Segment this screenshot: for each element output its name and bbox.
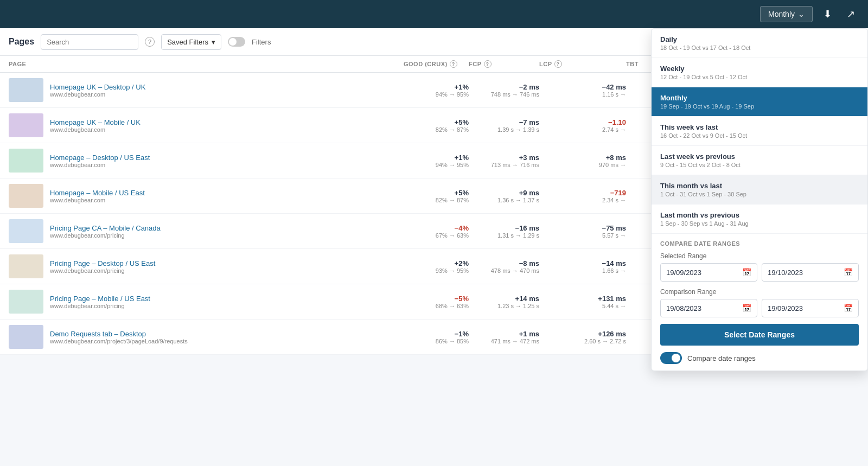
fcp-value: −2 ms <box>469 83 539 91</box>
page-name[interactable]: Demo Requests tab – Desktop <box>50 330 188 338</box>
dropdown-item-daily[interactable]: Daily 18 Oct - 19 Oct vs 17 Oct - 18 Oct <box>652 29 867 58</box>
date-range-dropdown: Daily 18 Oct - 19 Oct vs 17 Oct - 18 Oct… <box>651 28 868 355</box>
dropdown-item-weekly[interactable]: Weekly 12 Oct - 19 Oct vs 5 Oct - 12 Oct <box>652 58 867 87</box>
dropdown-item-sub: 18 Oct - 19 Oct vs 17 Oct - 18 Oct <box>660 44 859 51</box>
lcp-value: +131 ms <box>539 295 626 303</box>
col-lcp: LCP ? <box>539 60 626 68</box>
filters-toggle[interactable] <box>228 37 245 47</box>
calendar-icon-1: 📅 <box>742 268 751 277</box>
search-input[interactable] <box>41 34 138 50</box>
dropdown-item-monthly[interactable]: Monthly 19 Sep - 19 Oct vs 19 Aug - 19 S… <box>652 87 867 117</box>
col-fcp: FCP ? <box>469 60 539 68</box>
page-url: www.debugbear.com <box>50 162 150 168</box>
dropdown-arrow-icon: ▾ <box>212 38 215 46</box>
select-date-ranges-button[interactable]: Select Date Ranges <box>660 324 859 346</box>
dropdown-item-this-month-vs-last[interactable]: This month vs last 1 Oct - 31 Oct vs 1 S… <box>652 175 867 205</box>
page-cell: Homepage UK – Mobile / UK www.debugbear.… <box>9 113 404 137</box>
good-crux-sub: 82% → 87% <box>404 126 469 133</box>
page-url: www.debugbear.com/pricing <box>50 232 161 239</box>
compare-toggle-row: Compare date ranges <box>660 352 859 355</box>
fcp-cell: −16 ms 1.31 s → 1.29 s <box>469 224 539 239</box>
saved-filters-button[interactable]: Saved Filters ▾ <box>161 34 221 50</box>
col-page-label: PAGE <box>9 61 26 67</box>
thumbnail-image <box>9 219 43 243</box>
col-tbt-label: TBT <box>626 61 639 67</box>
lcp-info-icon[interactable]: ? <box>554 60 562 68</box>
fcp-cell: +14 ms 1.23 s → 1.25 s <box>469 295 539 309</box>
fcp-cell: +1 ms 471 ms → 472 ms <box>469 330 539 344</box>
page-name[interactable]: Pricing Page – Desktop / US East <box>50 259 155 267</box>
page-name[interactable]: Homepage – Mobile / US East <box>50 189 145 197</box>
fcp-value: +3 ms <box>469 154 539 162</box>
lcp-value: −75 ms <box>539 224 626 232</box>
help-icon[interactable]: ? <box>145 37 155 47</box>
lcp-cell: −1.10 2.74 s → <box>539 118 626 133</box>
dropdown-item-title: This week vs last <box>660 123 859 131</box>
monthly-button[interactable]: Monthly ⌄ <box>760 6 813 22</box>
good-crux-value: +2% <box>404 259 469 267</box>
page-thumbnail <box>9 184 43 208</box>
page-name[interactable]: Homepage – Desktop / US East <box>50 154 150 162</box>
page-url: www.debugbear.com/project/3/pageLoad/9/r… <box>50 338 188 344</box>
good-crux-sub: 86% → 85% <box>404 338 469 344</box>
thumbnail-image <box>9 254 43 278</box>
selected-end-input[interactable]: 19/10/2023 📅 <box>762 263 859 282</box>
fcp-sub: 713 ms → 716 ms <box>469 162 539 168</box>
share-button[interactable]: ↗ <box>843 6 859 22</box>
col-lcp-label: LCP <box>539 61 552 67</box>
page-thumbnail <box>9 219 43 243</box>
compare-toggle-label: Compare date ranges <box>687 354 756 355</box>
fcp-value: −8 ms <box>469 259 539 267</box>
page-name[interactable]: Homepage UK – Mobile / UK <box>50 118 141 126</box>
thumbnail-image <box>9 290 43 314</box>
dropdown-item-last-month-vs-previous[interactable]: Last month vs previous 1 Sep - 30 Sep vs… <box>652 205 867 234</box>
page-thumbnail <box>9 325 43 349</box>
fcp-value: +14 ms <box>469 295 539 303</box>
page-url: www.debugbear.com <box>50 126 141 133</box>
dropdown-item-sub: 9 Oct - 15 Oct vs 2 Oct - 8 Oct <box>660 162 859 168</box>
page-name[interactable]: Homepage UK – Desktop / UK <box>50 83 145 91</box>
page-info: Demo Requests tab – Desktop www.debugbea… <box>50 330 188 344</box>
thumbnail-image <box>9 78 43 102</box>
lcp-value: −14 ms <box>539 259 626 267</box>
lcp-value: −42 ms <box>539 83 626 91</box>
comparison-end-value: 19/09/2023 <box>768 304 803 312</box>
fcp-sub: 1.23 s → 1.25 s <box>469 303 539 309</box>
comparison-start-value: 19/08/2023 <box>666 304 701 312</box>
page-info: Pricing Page – Desktop / US East www.deb… <box>50 259 155 274</box>
good-crux-info-icon[interactable]: ? <box>450 60 457 68</box>
good-crux-sub: 94% → 95% <box>404 91 469 98</box>
page-cell: Homepage – Mobile / US East www.debugbea… <box>9 184 404 208</box>
selected-range-inputs: 19/09/2023 📅 19/10/2023 📅 <box>660 263 859 282</box>
good-crux-sub: 68% → 63% <box>404 303 469 309</box>
col-good-crux-label: GOOD (CRUX) <box>404 61 448 67</box>
fcp-sub: 1.31 s → 1.29 s <box>469 232 539 239</box>
lcp-value: −1.10 <box>539 118 626 126</box>
dropdown-item-last-week-vs-previous[interactable]: Last week vs previous 9 Oct - 15 Oct vs … <box>652 146 867 175</box>
dropdown-item-this-week-vs-last[interactable]: This week vs last 16 Oct - 22 Oct vs 9 O… <box>652 117 867 146</box>
monthly-label: Monthly <box>768 10 795 18</box>
page-cell: Homepage UK – Desktop / UK www.debugbear… <box>9 78 404 102</box>
lcp-value: +8 ms <box>539 154 626 162</box>
compare-date-ranges-toggle[interactable] <box>660 352 682 355</box>
col-page: PAGE <box>9 61 404 67</box>
comparison-start-input[interactable]: 19/08/2023 📅 <box>660 299 757 317</box>
selected-range-label: Selected Range <box>660 252 859 260</box>
page-cell: Pricing Page CA – Mobile / Canada www.de… <box>9 219 404 243</box>
col-good-crux: GOOD (CRUX) ? <box>404 60 469 68</box>
good-crux-value: +1% <box>404 83 469 91</box>
lcp-sub: 2.74 s → <box>539 126 626 133</box>
dropdown-item-sub: 1 Sep - 30 Sep vs 1 Aug - 31 Aug <box>660 220 859 227</box>
page-thumbnail <box>9 78 43 102</box>
lcp-sub: 2.34 s → <box>539 197 626 203</box>
page-name[interactable]: Pricing Page – Mobile / US East <box>50 295 150 303</box>
good-crux-sub: 82% → 87% <box>404 197 469 203</box>
fcp-info-icon[interactable]: ? <box>484 60 492 68</box>
comparison-end-input[interactable]: 19/09/2023 📅 <box>762 299 859 317</box>
selected-start-input[interactable]: 19/09/2023 📅 <box>660 263 757 282</box>
download-button[interactable]: ⬇ <box>819 6 836 22</box>
fcp-cell: −8 ms 478 ms → 470 ms <box>469 259 539 274</box>
page-name[interactable]: Pricing Page CA – Mobile / Canada <box>50 224 161 232</box>
thumbnail-image <box>9 184 43 208</box>
lcp-sub: 970 ms → <box>539 162 626 168</box>
